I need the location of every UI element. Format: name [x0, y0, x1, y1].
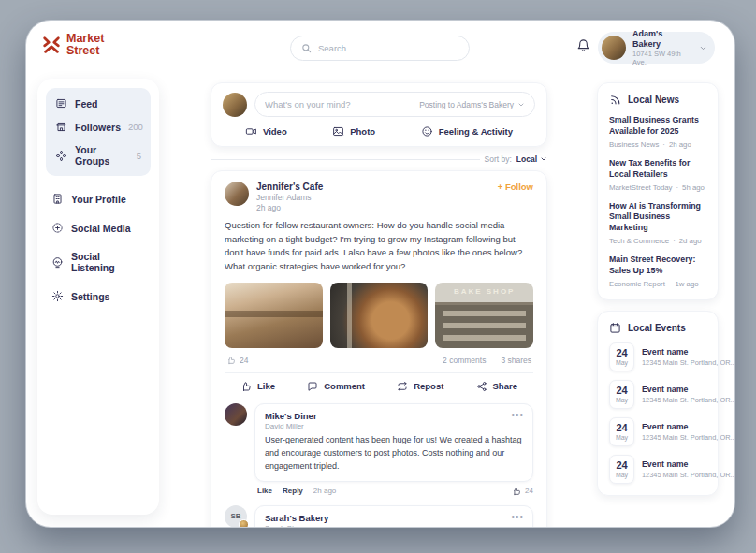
- post-photo-row: BAKE SHOP: [225, 283, 533, 348]
- news-source: Tech & Commerce: [609, 237, 669, 245]
- share-count[interactable]: 3 shares: [501, 356, 531, 365]
- sidebar: Feed Followers 200 Your Groups 5 Your Pr…: [37, 79, 159, 515]
- comment-author: Sarah Stevens: [265, 524, 523, 527]
- event-day: 24: [616, 386, 627, 396]
- sort-value-dropdown[interactable]: Local: [516, 154, 547, 164]
- composer-input-pill[interactable]: Posting to Adams's Bakery: [254, 92, 535, 117]
- bread-display-photo[interactable]: [330, 283, 429, 348]
- news-headline: New Tax Benefits for Local Retailers: [609, 158, 706, 181]
- brand-name: Market Street: [66, 33, 104, 57]
- sidebar-item-label: Feed: [75, 98, 98, 109]
- repost-button[interactable]: Repost: [397, 381, 443, 392]
- comment-reply-button[interactable]: Reply: [283, 487, 303, 495]
- bakery-kitchen-photo[interactable]: [225, 283, 323, 348]
- sidebar-item-social-listening[interactable]: Social Listening: [46, 243, 151, 281]
- comment: Mike's Diner David Miller User-generated…: [225, 403, 533, 496]
- sidebar-item-your-groups[interactable]: Your Groups 5: [50, 138, 147, 172]
- event-item[interactable]: 24 May Event name 12345 Main St. Portlan…: [609, 455, 706, 484]
- event-day: 24: [616, 348, 627, 358]
- post-business-name: Jennifer's Cafe: [256, 182, 323, 192]
- search-input[interactable]: [318, 43, 458, 53]
- news-item[interactable]: How AI is Transforming Small Business Ma…: [609, 201, 706, 246]
- repost-icon: [397, 381, 408, 392]
- event-month: May: [616, 434, 628, 441]
- event-item[interactable]: 24 May Event name 12345 Main St. Portlan…: [609, 380, 706, 409]
- comment-text: User-generated content has been huge for…: [265, 434, 523, 473]
- event-day: 24: [616, 423, 627, 433]
- comment-like-button[interactable]: Like: [257, 487, 272, 495]
- comment-timestamp: 2h ago: [313, 487, 336, 495]
- account-switcher[interactable]: Adam's Bakery 10741 SW 49th Ave.: [598, 32, 715, 64]
- sidebar-item-settings[interactable]: Settings: [46, 283, 151, 310]
- posting-to-selector[interactable]: Posting to Adams's Bakery: [419, 100, 525, 109]
- event-date-badge: 24 May: [609, 455, 634, 484]
- news-time: 5h ago: [676, 183, 704, 192]
- follow-button[interactable]: + Follow: [498, 182, 533, 192]
- thumbs-up-icon: [512, 487, 521, 496]
- photo-button[interactable]: Photo: [332, 125, 375, 138]
- avatar: [223, 93, 247, 117]
- like-count: 24: [240, 356, 248, 365]
- sidebar-feed-group: Feed Followers 200 Your Groups 5: [46, 88, 151, 176]
- comment: SB Sarah's Bakery Sarah Stevens Collabor…: [225, 505, 533, 527]
- comment-count[interactable]: 2 comments: [443, 356, 486, 365]
- news-time: 2h ago: [662, 140, 691, 149]
- comment-icon: [307, 381, 318, 392]
- news-headline: How AI is Transforming Small Business Ma…: [609, 201, 706, 235]
- video-button[interactable]: Video: [245, 125, 287, 138]
- feed-icon: [55, 97, 67, 109]
- comment-label: Comment: [324, 381, 365, 391]
- notifications-bell-icon[interactable]: [576, 38, 590, 52]
- composer-input[interactable]: [265, 99, 414, 109]
- comment-like-count[interactable]: 24: [512, 487, 533, 496]
- like-button[interactable]: Like: [240, 381, 275, 392]
- comment-bubble: Mike's Diner David Miller User-generated…: [254, 403, 533, 482]
- sort-row: Sort by: Local: [211, 154, 547, 164]
- storefront-icon: [55, 121, 67, 133]
- more-options-icon[interactable]: •••: [511, 513, 524, 522]
- more-options-icon[interactable]: •••: [511, 411, 524, 420]
- comment-bubble: Sarah's Bakery Sarah Stevens Collaborati…: [254, 505, 533, 527]
- gauge-icon: [51, 256, 64, 269]
- event-item[interactable]: 24 May Event name 12345 Main St. Portlan…: [609, 417, 706, 446]
- sidebar-item-label: Your Groups: [75, 144, 129, 167]
- news-time: 2d ago: [673, 237, 701, 245]
- photo-label: Photo: [350, 126, 375, 137]
- bake-shop-storefront-photo[interactable]: BAKE SHOP: [435, 283, 533, 348]
- sort-value-label: Local: [516, 154, 537, 164]
- comment-business-name: Sarah's Bakery: [265, 513, 523, 523]
- comment-button[interactable]: Comment: [307, 381, 365, 392]
- share-button[interactable]: Share: [476, 381, 517, 392]
- event-date-badge: 24 May: [609, 417, 634, 446]
- post-body-text: Question for fellow restaurant owners: H…: [225, 219, 533, 274]
- sidebar-item-label: Followers: [75, 122, 121, 133]
- local-events-panel: Local Events 24 May Event name 12345 Mai…: [597, 311, 719, 496]
- followers-count-badge: 200: [128, 122, 143, 132]
- like-label: Like: [257, 381, 275, 391]
- account-name: Adam's Bakery: [632, 29, 692, 50]
- feeling-activity-label: Feeling & Activity: [439, 126, 513, 137]
- post-author: Jennifer Adams: [256, 193, 323, 202]
- post-composer: Posting to Adams's Bakery Video Photo Fe…: [211, 82, 547, 147]
- sidebar-item-label: Social Listening: [71, 251, 145, 273]
- news-item[interactable]: Small Business Grants Available for 2025…: [609, 115, 706, 149]
- feeling-activity-button[interactable]: Feeling & Activity: [421, 125, 513, 138]
- post-stats-row: 24 2 comments 3 shares: [226, 356, 531, 365]
- comment-business-name: Mike's Diner: [265, 411, 523, 421]
- post-timestamp: 2h ago: [256, 203, 323, 212]
- event-item[interactable]: 24 May Event name 12345 Main St. Portlan…: [609, 342, 706, 371]
- news-item[interactable]: New Tax Benefits for Local Retailers Mar…: [609, 158, 706, 192]
- groups-icon: [55, 150, 67, 162]
- post-action-bar: Like Comment Repost Share: [225, 372, 533, 394]
- news-item[interactable]: Main Street Recovery: Sales Up 15% Econo…: [609, 255, 706, 288]
- avatar: [225, 182, 249, 206]
- posting-to-label: Posting to Adams's Bakery: [419, 100, 514, 109]
- photo-icon: [332, 125, 344, 138]
- global-search[interactable]: [290, 36, 470, 61]
- sidebar-item-feed[interactable]: Feed: [50, 92, 147, 115]
- sidebar-item-social-media[interactable]: Social Media: [46, 214, 151, 241]
- sidebar-item-your-profile[interactable]: Your Profile: [46, 185, 151, 212]
- event-address: 12345 Main St. Portland, OR...: [642, 396, 734, 404]
- local-news-title: Local News: [628, 95, 679, 105]
- sidebar-item-followers[interactable]: Followers 200: [50, 115, 147, 138]
